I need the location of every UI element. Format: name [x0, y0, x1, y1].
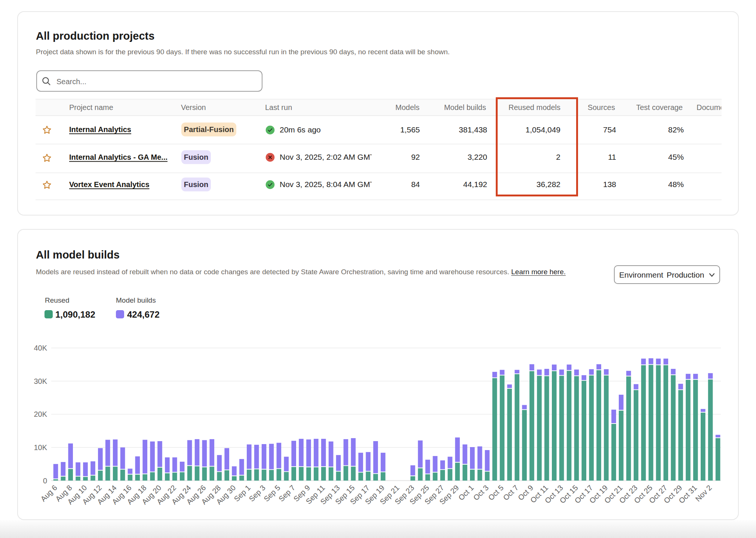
svg-text:0: 0: [43, 477, 47, 485]
svg-text:Nov 2: Nov 2: [694, 483, 713, 503]
svg-text:Oct 1: Oct 1: [457, 483, 475, 502]
svg-text:Oct 3: Oct 3: [472, 483, 490, 502]
svg-text:Sep 1: Sep 1: [233, 483, 252, 503]
svg-text:Sep 3: Sep 3: [247, 483, 267, 503]
svg-text:Oct 7: Oct 7: [501, 483, 520, 502]
svg-text:Sep 7: Sep 7: [277, 483, 297, 503]
svg-text:20K: 20K: [34, 410, 47, 418]
svg-text:40K: 40K: [34, 344, 47, 352]
svg-text:10K: 10K: [34, 443, 47, 452]
svg-text:Aug 6: Aug 6: [39, 483, 59, 503]
svg-text:Sep 5: Sep 5: [262, 483, 282, 503]
svg-text:30K: 30K: [34, 377, 47, 385]
svg-text:Oct 5: Oct 5: [486, 483, 505, 502]
